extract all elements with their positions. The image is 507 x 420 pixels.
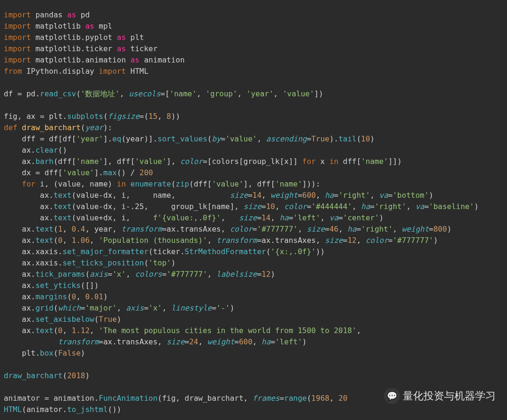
code-editor: import pandas as pd import matplotlib as… — [0, 8, 507, 417]
wechat-icon: 💬 — [384, 388, 400, 404]
watermark: 💬 量化投资与机器学习 — [384, 388, 496, 404]
watermark-text: 量化投资与机器学习 — [403, 389, 496, 403]
